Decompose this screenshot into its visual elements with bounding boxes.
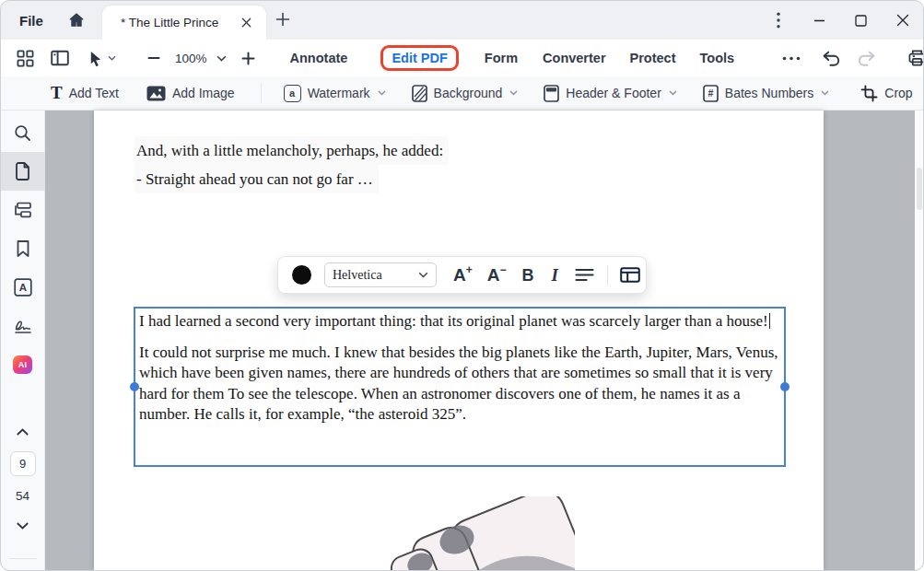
tab-edit-pdf[interactable]: Edit PDF [392,51,447,65]
crop-button[interactable]: Crop [860,85,912,102]
tab-converter[interactable]: Converter [543,51,606,65]
background-button[interactable]: Background [412,85,519,102]
file-menu-button[interactable]: File [19,13,43,29]
minimize-icon [813,15,825,27]
alignment-button[interactable] [575,268,594,282]
selected-text-box[interactable]: I had learned a second very important th… [134,307,786,467]
sidebar-item-ai-assistant[interactable]: AI + [1,345,45,384]
resize-handle-right[interactable] [780,382,789,391]
decrease-font-size-button[interactable]: A− [487,265,507,286]
document-tab[interactable]: * The Little Prince [102,6,266,40]
outline-tree-icon [14,202,32,218]
increase-font-size-button[interactable]: A+ [453,265,473,286]
chevron-down-icon [418,272,428,278]
print-button[interactable] [907,49,924,67]
add-image-button[interactable]: Add Image [146,86,235,101]
sidebar-item-annotations[interactable]: A [1,268,45,307]
close-icon [896,14,909,27]
redo-button[interactable] [857,51,876,66]
side-panel-toggle-button[interactable] [51,50,69,66]
text-tool-icon: T [51,83,63,103]
redo-icon [857,51,876,66]
divider [261,83,262,103]
chevron-down-icon [108,55,116,61]
header-footer-button[interactable]: Header & Footer [544,85,677,102]
home-button[interactable] [67,11,86,29]
maximize-button[interactable] [840,1,882,40]
watermark-button[interactable]: a Watermark [284,85,386,102]
signature-icon [13,318,33,334]
properties-panel-button[interactable] [620,267,640,283]
app-window: File * The Little Prince [0,0,924,571]
header-footer-icon [544,85,559,102]
font-family-select[interactable]: Helvetica [324,262,437,287]
undo-icon [822,51,841,66]
zoom-level-value: 100% [175,52,207,65]
background-icon [412,85,427,102]
plus-icon [241,52,255,65]
sidebar-item-signature[interactable] [1,307,45,345]
sidebar-item-bookmarks[interactable] [1,229,45,268]
chevron-down-icon [669,90,677,96]
zoom-in-button[interactable] [241,52,255,65]
align-left-icon [575,268,594,282]
current-page-input[interactable] [10,451,36,476]
search-icon [14,124,31,142]
undo-button[interactable] [822,51,841,66]
tab-tools[interactable]: Tools [700,51,735,65]
grid-view-button[interactable] [17,50,34,67]
font-family-value: Helvetica [333,268,418,283]
zoom-dropdown-button[interactable] [216,55,227,62]
text-format-toolbar: Helvetica A+ A− B I [277,256,647,294]
minus-icon [147,52,160,64]
svg-text:A: A [18,282,26,293]
close-icon [240,17,252,29]
bold-button[interactable]: B [522,265,534,286]
app-menu-button[interactable] [757,1,799,40]
close-window-button[interactable] [882,1,923,40]
italic-button[interactable]: I [552,265,558,286]
ellipsis-icon [782,56,801,61]
svg-text:#: # [708,87,713,99]
vertical-scrollbar[interactable] [915,111,923,570]
letter-a-square-icon: A [14,278,32,297]
more-tools-button[interactable] [782,56,801,61]
watermark-icon: a [284,85,301,102]
page-text-block[interactable]: And, with a little melancholy, perhaps, … [135,136,449,193]
bookmark-icon [16,239,30,258]
sidebar-item-search[interactable] [1,113,45,152]
bates-numbers-button[interactable]: # Bates Numbers [703,85,829,102]
side-panel-icon [51,50,69,66]
previous-page-button[interactable] [1,413,45,451]
font-color-picker[interactable] [292,265,311,285]
image-icon [146,86,166,101]
chevron-down-icon [509,90,518,96]
chevron-up-icon [17,428,29,436]
tab-annotate[interactable]: Annotate [290,51,348,65]
next-page-button[interactable] [1,507,45,545]
scrollbar-thumb[interactable] [917,168,922,210]
select-tool-button[interactable] [88,50,116,67]
text-line: And, with a little melancholy, perhaps, … [135,136,449,165]
chevron-down-icon [216,55,227,62]
minimize-button[interactable] [799,1,840,40]
text-cursor [769,313,771,329]
resize-handle-left[interactable] [130,382,139,391]
workspace: A AI + 54 [1,111,923,570]
tab-protect[interactable]: Protect [630,51,676,65]
text-line: - Straight ahead you can not go far … [135,165,379,193]
main-toolbar: 100% Annotate Edit PDF Form Converter Pr… [1,40,923,76]
sidebar-item-page-thumbnails[interactable] [1,152,45,191]
total-pages-label: 54 [16,489,29,503]
tab-form[interactable]: Form [485,51,518,65]
printer-icon [907,49,924,67]
sidebar-item-outline[interactable] [1,191,45,229]
left-sidebar: A AI + 54 [1,111,45,570]
title-bar: File * The Little Prince [1,1,923,40]
telescope-illustration [349,496,575,571]
add-text-button[interactable]: T Add Text [51,83,119,103]
new-tab-button[interactable] [275,11,291,28]
chevron-down-icon [17,522,29,530]
zoom-out-button[interactable] [147,52,160,64]
tab-close-button[interactable] [238,14,255,31]
